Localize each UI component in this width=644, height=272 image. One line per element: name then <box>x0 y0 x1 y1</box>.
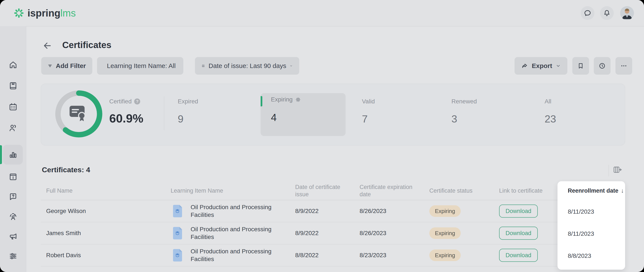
cell-issue-date: 8/9/2022 <box>295 229 318 237</box>
stat-all[interactable]: All <box>544 98 551 105</box>
share-export-icon <box>521 62 528 70</box>
column-header-full-name[interactable]: Full Name <box>46 181 110 200</box>
cell-status: Expiring <box>429 229 461 237</box>
help-icon[interactable]: ? <box>134 98 140 104</box>
stat-certified-label: Certified <box>109 98 132 105</box>
export-button[interactable]: Export <box>514 57 567 75</box>
book-icon <box>8 81 18 90</box>
messages-button[interactable] <box>581 6 594 20</box>
table-row: Robert Davis Oil Production and Processi… <box>41 244 625 267</box>
add-column-button[interactable] <box>613 165 622 175</box>
learning-item-filter[interactable]: Learning Item Name: All <box>97 57 183 75</box>
sidebar-item-home[interactable] <box>0 55 26 75</box>
user-avatar[interactable] <box>620 6 634 20</box>
table-row: George Wilson Oil Production and Process… <box>41 200 625 222</box>
cell-learning-item: Oil Production and Processing Facilities <box>190 203 292 219</box>
download-button[interactable]: Download <box>499 205 538 218</box>
cell-status: Expiring <box>429 252 461 259</box>
ellipsis-icon <box>620 62 628 69</box>
sidebar-item-announcements[interactable] <box>0 227 26 246</box>
stat-certified: Certified ? <box>109 98 140 105</box>
sidebar-item-courses[interactable] <box>0 76 26 96</box>
active-item-indicator <box>0 145 2 164</box>
stat-expiring-selected[interactable]: Expiring 4 <box>260 93 346 136</box>
cell-issue-date: 8/9/2022 <box>295 207 318 215</box>
stat-valid[interactable]: Valid <box>362 98 375 105</box>
megaphone-icon <box>8 232 18 241</box>
cell-link: Download <box>499 205 538 218</box>
column-header-learning-item[interactable]: Learning Item Name <box>171 181 261 200</box>
back-button[interactable] <box>42 41 52 51</box>
download-button[interactable]: Download <box>499 227 538 240</box>
stat-expiring-label: Expiring <box>271 96 292 103</box>
bell-icon <box>603 9 611 17</box>
bar-chart-icon <box>8 150 18 159</box>
reenrollment-column-panel: Reenrollment date ↓ 8/11/2023 8/11/2023 … <box>558 181 625 270</box>
sidebar-item-performance[interactable] <box>0 207 26 227</box>
stat-expired-label: Expired <box>178 98 198 105</box>
stat-renewed[interactable]: Renewed <box>452 98 477 105</box>
table-row: James Smith Oil Production and Processin… <box>41 222 625 244</box>
add-filter-label: Add Filter <box>56 62 86 69</box>
stat-expired-value: 9 <box>178 113 184 125</box>
cell-issue-date: 8/8/2022 <box>295 252 318 259</box>
sidebar-item-users[interactable] <box>0 118 26 138</box>
add-filter-button[interactable]: Add Filter <box>41 57 92 75</box>
cell-expiration-date: 8/23/2023 <box>360 252 386 259</box>
cell-reenrollment-date: 8/8/2023 <box>568 253 591 259</box>
column-header-issue-date[interactable]: Date of certificate issue <box>295 181 348 200</box>
stat-divider <box>164 96 164 130</box>
reenrollment-header-label: Reenrollment date <box>568 188 618 194</box>
home-icon <box>8 60 18 69</box>
filter-icon <box>48 62 52 69</box>
chevron-down-icon <box>556 63 561 69</box>
page-title: Certificates <box>62 40 112 50</box>
clock-icon <box>598 62 606 69</box>
stat-renewed-value: 3 <box>452 113 457 125</box>
cell-status: Expiring <box>429 207 461 215</box>
stat-valid-label: Valid <box>362 98 375 105</box>
sidebar-item-catalog[interactable] <box>0 167 26 187</box>
stat-all-label: All <box>544 98 551 105</box>
date-of-issue-filter[interactable]: Date of issue: Last 90 days <box>195 57 299 75</box>
status-badge-expiring: Expiring <box>429 205 461 217</box>
column-header-expiration-date[interactable]: Certificate expiration date <box>360 181 420 200</box>
sidebar-item-settings[interactable] <box>0 246 26 266</box>
stat-expired[interactable]: Expired <box>178 98 198 105</box>
stat-all-value: 23 <box>544 113 556 125</box>
sliders-icon <box>8 252 18 261</box>
sidebar-item-reports-active[interactable] <box>0 145 26 165</box>
selected-stat-indicator <box>260 96 262 106</box>
chevron-down-icon <box>290 63 293 69</box>
sidebar-item-calendar[interactable] <box>0 97 26 117</box>
cell-link: Download <box>499 227 538 240</box>
bookmark-icon <box>577 62 584 69</box>
users-icon <box>8 123 18 133</box>
column-header-link[interactable]: Link to certificate <box>499 181 557 200</box>
ispring-flower-icon <box>13 7 24 19</box>
cell-full-name: James Smith <box>46 229 81 237</box>
stat-renewed-label: Renewed <box>452 98 477 105</box>
certificates-summary-card: Certified ? 60.9% Expired 9 Expiring 4 V <box>41 84 625 145</box>
column-header-reenrollment-date[interactable]: Reenrollment date ↓ <box>568 181 624 200</box>
saved-reports-button[interactable] <box>572 57 589 75</box>
gear-icon[interactable] <box>295 97 301 103</box>
calendar-filter-icon <box>201 62 205 69</box>
export-label: Export <box>532 62 552 69</box>
sort-descending-icon[interactable]: ↓ <box>621 187 624 194</box>
column-header-status[interactable]: Certificate status <box>429 181 487 200</box>
divider <box>608 165 609 176</box>
more-actions-button[interactable] <box>616 57 632 75</box>
ispring-logo[interactable]: ispringlms <box>13 0 76 26</box>
cell-expiration-date: 8/26/2023 <box>360 207 386 215</box>
table-title: Certificates: 4 <box>42 166 90 174</box>
date-of-issue-filter-label: Date of issue: Last 90 days <box>209 62 286 69</box>
cell-learning-item: Oil Production and Processing Facilities <box>190 226 292 241</box>
stat-certified-value: 60.9% <box>109 111 144 125</box>
logo-text: ispringlms <box>28 7 76 19</box>
sidebar-item-help[interactable] <box>0 187 26 206</box>
history-button[interactable] <box>594 57 610 75</box>
notifications-button[interactable] <box>600 6 614 20</box>
person-gauge-icon <box>8 212 18 221</box>
download-button[interactable]: Download <box>499 249 538 262</box>
